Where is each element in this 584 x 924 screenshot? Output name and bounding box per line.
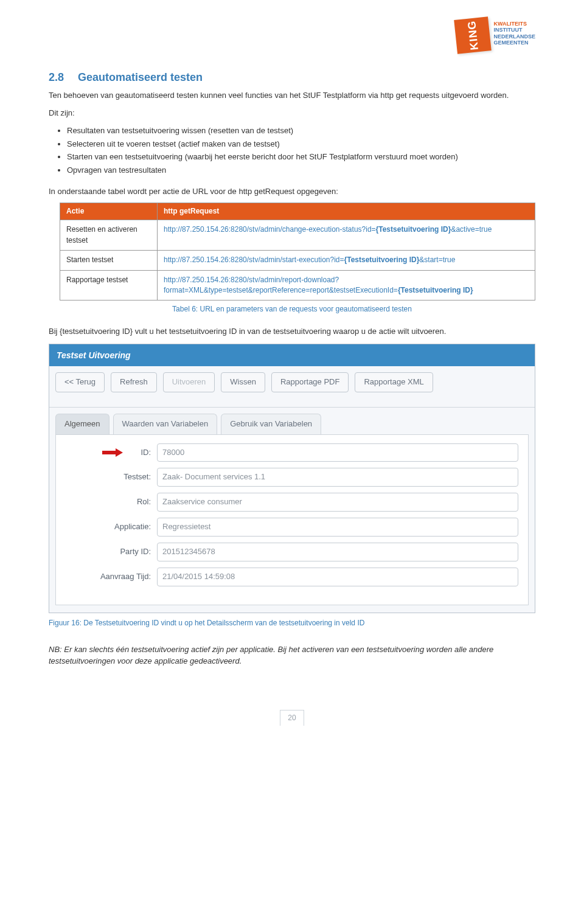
- party-id-field[interactable]: 201512345678: [157, 543, 518, 561]
- field-label-aanvraag-tijd: Aanvraag Tijd:: [66, 571, 157, 583]
- applicatie-field[interactable]: Regressietest: [157, 518, 518, 537]
- field-label-applicatie: Applicatie:: [66, 521, 157, 533]
- rapportage-pdf-button[interactable]: Rapportage PDF: [271, 372, 349, 392]
- rol-field[interactable]: Zaakservice consumer: [157, 493, 518, 512]
- screenshot-testset-uitvoering: Testset Uitvoering << Terug Refresh Uitv…: [49, 344, 535, 613]
- tab-gebruik-variabelen[interactable]: Gebruik van Variabelen: [221, 414, 321, 434]
- refresh-button[interactable]: Refresh: [111, 372, 157, 392]
- page-footer: 20: [49, 710, 535, 726]
- panel-toolbar: << Terug Refresh Uitvoeren Wissen Rappor…: [49, 366, 535, 408]
- testset-field[interactable]: Zaak- Document services 1.1: [157, 468, 518, 487]
- tab-algemeen[interactable]: Algemeen: [55, 414, 109, 434]
- table-row: Starten testset http://87.250.154.26:828…: [60, 251, 535, 270]
- bullet-item: Opvragen van testresultaten: [67, 165, 535, 176]
- back-button[interactable]: << Terug: [55, 372, 105, 392]
- id-field[interactable]: 78000: [157, 443, 518, 462]
- arrow-right-icon: [102, 448, 123, 457]
- table-header-request: http getRequest: [158, 203, 535, 220]
- field-label-testset: Testset:: [66, 471, 157, 483]
- table-row: Rapportage testset http://87.250.154.26:…: [60, 270, 535, 300]
- field-label-id: ID:: [66, 447, 157, 459]
- header-logo: KING KWALITEITS INSTITUUT NEDERLANDSE GE…: [49, 18, 535, 52]
- rapportage-xml-button[interactable]: Rapportage XML: [355, 372, 433, 392]
- bullet-item: Selecteren uit te voeren testset (actief…: [67, 139, 535, 150]
- page-number: 20: [280, 710, 304, 726]
- tabs-row: Algemeen Waarden van Variabelen Gebruik …: [49, 408, 535, 434]
- king-logo-subtitle: KWALITEITS INSTITUUT NEDERLANDSE GEMEENT…: [493, 18, 535, 46]
- table-row: Resetten en activeren testset http://87.…: [60, 220, 535, 251]
- wissen-button[interactable]: Wissen: [221, 372, 265, 392]
- figure-caption: Figuur 16: De Testsetuitvoering ID vindt…: [49, 618, 535, 628]
- king-logo-text: KING: [464, 19, 482, 50]
- bullet-list: Resultaten van testsetuitvoering wissen …: [67, 125, 535, 176]
- field-label-rol: Rol:: [66, 496, 157, 508]
- cell-actie: Resetten en activeren testset: [60, 220, 158, 251]
- panel-title: Testset Uitvoering: [49, 344, 535, 366]
- cell-url: http://87.250.154.26:8280/stv/admin/chan…: [158, 220, 535, 251]
- tab-waarden-variabelen[interactable]: Waarden van Variabelen: [113, 414, 218, 434]
- cell-url: http://87.250.154.26:8280/stv/admin/star…: [158, 251, 535, 270]
- form-area: ID: 78000 Testset: Zaak- Document servic…: [55, 434, 529, 605]
- intro-paragraph: Ten behoeven van geautomatiseerd testen …: [49, 90, 535, 102]
- uitvoeren-button[interactable]: Uitvoeren: [163, 372, 215, 392]
- cell-actie: Rapportage testset: [60, 270, 158, 300]
- field-label-party-id: Party ID:: [66, 546, 157, 558]
- url-table: Actie http getRequest Resetten en active…: [60, 203, 535, 300]
- bullet-item: Resultaten van testsetuitvoering wissen …: [67, 125, 535, 137]
- after-table-paragraph: Bij {testsetuitvoering ID} vult u het te…: [49, 326, 535, 338]
- bullet-item: Starten van een testsetuitvoering (waarb…: [67, 151, 535, 163]
- king-logo-box: KING: [454, 16, 492, 54]
- cell-actie: Starten testset: [60, 251, 158, 270]
- table-caption: Tabel 6: URL en parameters van de reques…: [49, 304, 535, 314]
- table-header-actie: Actie: [60, 203, 158, 220]
- section-heading: 2.8Geautomatiseerd testen: [49, 69, 535, 85]
- ditzijn-paragraph: Dit zijn:: [49, 108, 535, 119]
- nb-paragraph: NB: Er kan slechts één testsetuitvoering…: [49, 644, 535, 667]
- cell-url: http://87.250.154.26:8280/stv/admin/repo…: [158, 270, 535, 300]
- aanvraag-tijd-field[interactable]: 21/04/2015 14:59:08: [157, 568, 518, 586]
- table-lead-paragraph: In onderstaande tabel wordt per actie de…: [49, 186, 535, 198]
